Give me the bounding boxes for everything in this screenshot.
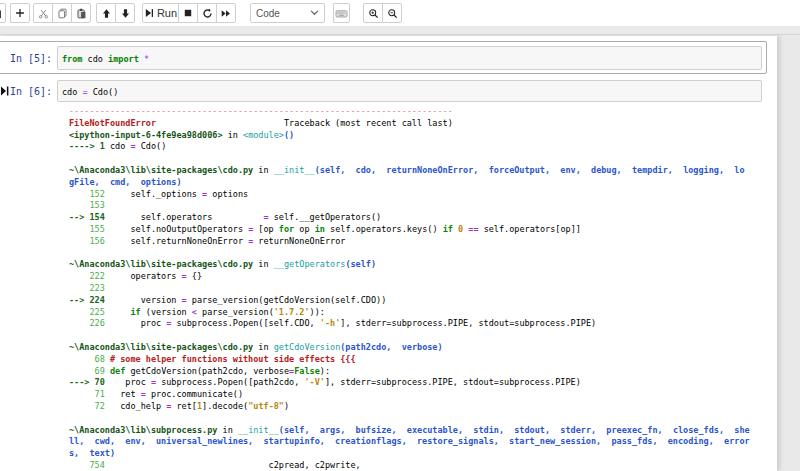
traceback-line: 152 self._options = options: [69, 189, 750, 201]
code-segment: 754: [69, 460, 105, 470]
traceback-line: --> 154 self.operators = self.__getOpera…: [69, 212, 750, 224]
code-segment: s, text): [69, 448, 115, 458]
code-segment: if: [443, 224, 453, 234]
code-segment: 68: [69, 354, 110, 364]
code-segment: ): [284, 401, 289, 411]
code-segment: FileNotFoundError: [69, 118, 156, 128]
traceback-line: --> 224 version = parse_version(getCdoVe…: [69, 295, 750, 307]
interrupt-kernel-button[interactable]: [178, 3, 198, 23]
copy-cells-button[interactable]: [52, 3, 72, 23]
code-segment: --> 224: [69, 295, 105, 305]
arrow-up-icon: [101, 8, 112, 19]
code-segment: options: [207, 189, 248, 199]
code-segment: 156: [69, 236, 105, 246]
code-segment: __init__: [274, 165, 315, 175]
paste-cells-button[interactable]: [71, 3, 91, 23]
zoom-out-button[interactable]: [382, 3, 402, 23]
cell2-input-area[interactable]: [57, 80, 762, 102]
code-segment: (self): [345, 259, 376, 269]
zoom-in-button[interactable]: [363, 3, 383, 23]
traceback-line: ----> 1 cdo = Cdo(): [69, 141, 750, 153]
input-prompt: In [6]:: [10, 86, 52, 97]
traceback-line: ll, cwd, env, universal_newlines, startu…: [69, 436, 750, 448]
code-segment: [op: [253, 224, 279, 234]
restart-kernel-button[interactable]: [197, 3, 217, 23]
code-segment: 225: [69, 307, 105, 317]
run-button[interactable]: Run: [142, 3, 179, 23]
code-segment: in: [253, 259, 273, 269]
code-segment: [105, 307, 131, 317]
run-button-label: Run: [157, 7, 177, 19]
traceback-line: ~\Anaconda3\lib\site-packages\cdo.py in …: [69, 165, 750, 177]
code-segment: *: [144, 54, 149, 64]
zoom-in-icon: [368, 8, 379, 19]
paste-icon: [76, 8, 87, 19]
code-segment: 72: [69, 401, 105, 411]
move-cell-down-button[interactable]: [115, 3, 135, 23]
code-segment: Cdo(): [88, 87, 119, 97]
code-segment: proc.communicate(): [146, 389, 243, 399]
traceback-line: FileNotFoundError Traceback (most recent…: [69, 118, 750, 130]
code-segment: cdo: [110, 141, 130, 151]
code-segment: ret[: [171, 401, 197, 411]
traceback-line: 68 # some helper functions without side …: [69, 354, 750, 366]
code-segment: cdo: [82, 54, 108, 64]
code-segment: if: [130, 307, 140, 317]
code-segment: --> 154: [69, 212, 105, 222]
traceback-line: 223: [69, 283, 750, 295]
code-segment: 69: [69, 366, 110, 376]
code-segment: in: [253, 165, 273, 175]
save-button[interactable]: [0, 3, 6, 23]
command-palette-button[interactable]: [333, 3, 350, 23]
cell1-input-area[interactable]: [57, 46, 762, 70]
error-output: ----------------------------------------…: [69, 106, 750, 471]
code-segment: proc: [105, 318, 166, 328]
code-segment: getCdoVersion: [274, 342, 341, 352]
cut-cells-button[interactable]: [33, 3, 53, 23]
code-segment: __getOperators: [274, 259, 346, 269]
code-segment: ll, cwd, env, universal_newlines, startu…: [69, 436, 750, 446]
code-segment: ----------------------------------------…: [69, 106, 453, 116]
code-segment: for: [279, 224, 294, 234]
code-segment: (self, args, bufsize, executable, stdin,…: [279, 425, 750, 435]
restart-icon: [202, 8, 213, 19]
code-segment: 223: [69, 283, 105, 293]
traceback-line: [69, 413, 750, 425]
traceback-line: 754 c2pread, c2pwrite,: [69, 460, 750, 471]
traceback-line: 153: [69, 200, 750, 212]
insert-cell-below-button[interactable]: [10, 3, 30, 23]
code-segment: ---> 70: [69, 377, 105, 387]
traceback-line: 222 operators = {}: [69, 271, 750, 283]
cell-type-select[interactable]: Code: [250, 3, 325, 23]
code-segment: ret: [105, 389, 141, 399]
code-segment: getCdoVersion(path2cdo, verbose: [125, 366, 289, 376]
code-line[interactable]: cdo = Cdo(): [62, 87, 118, 97]
traceback-line: [69, 330, 750, 342]
save-icon: [0, 8, 2, 19]
code-segment: # some helper functions without side eff…: [110, 354, 356, 364]
code-segment: self.operators: [105, 212, 264, 222]
code-segment: subprocess.Popen([path2cdo,: [156, 377, 304, 387]
traceback-line: 71 ret = proc.communicate(): [69, 389, 750, 401]
code-segment: ], stderr=subprocess.PIPE, stdout=subpro…: [325, 377, 581, 387]
traceback-line: <ipython-input-6-4fe9ea98d006> in <modul…: [69, 130, 750, 142]
code-line[interactable]: from cdo import *: [62, 54, 149, 64]
code-segment: returnNoneOnError: [253, 236, 345, 246]
code-segment: in: [223, 130, 243, 140]
code-segment: <module>: [243, 130, 284, 140]
copy-icon: [57, 8, 68, 19]
code-segment: <ipython-input-6-4fe9ea98d006>: [69, 130, 223, 140]
traceback-line: 72 cdo_help = ret[1].decode("utf-8"): [69, 401, 750, 413]
code-segment: Traceback (most recent call last): [156, 118, 453, 128]
traceback-line: ~\Anaconda3\lib\subprocess.py in __init_…: [69, 425, 750, 437]
scissors-icon: [38, 8, 49, 19]
move-cell-up-button[interactable]: [96, 3, 116, 23]
restart-run-all-button[interactable]: [216, 3, 236, 23]
traceback-line: 155 self.noOutputOperators = [op for op …: [69, 224, 750, 236]
zoom-out-icon: [387, 8, 398, 19]
arrow-down-icon: [120, 8, 131, 19]
code-segment: 152: [69, 189, 105, 199]
traceback-line: 69 def getCdoVersion(path2cdo, verbose=F…: [69, 366, 750, 378]
code-segment: self.__getOperators(): [269, 212, 382, 222]
code-segment: parse_version(: [197, 307, 274, 317]
